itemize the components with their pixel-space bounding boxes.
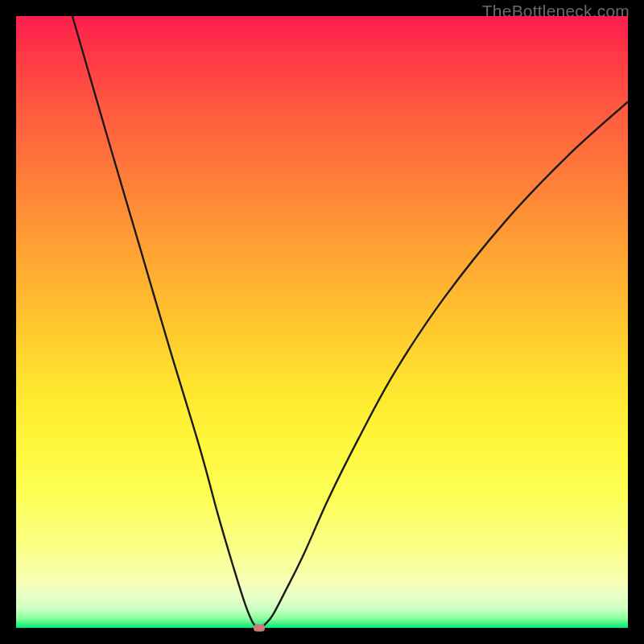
minimum-marker bbox=[254, 625, 265, 632]
bottleneck-curve bbox=[16, 16, 628, 628]
bottleneck-chart bbox=[16, 16, 628, 628]
